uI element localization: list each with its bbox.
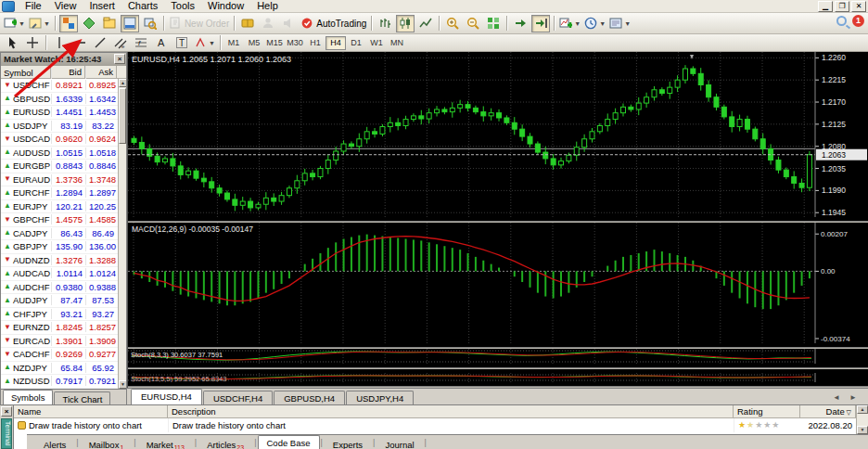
zoom-out-button[interactable] (464, 15, 482, 32)
symbol-row-audnzd[interactable]: ▼AUDNZD1.32761.3288 (1, 254, 126, 268)
text-button[interactable]: A (152, 34, 171, 52)
chart-tab-usdjpy-h4[interactable]: USDJPY,H4 (346, 391, 414, 404)
terminal-tab-articles[interactable]: Articles23 (198, 437, 253, 449)
terminal-tab-journal[interactable]: Journal (376, 437, 423, 449)
symbol-row-cadchf[interactable]: ▼CADCHF0.92690.9277 (1, 348, 126, 362)
terminal-row[interactable]: Draw trade history onto chartDraw trade … (14, 418, 868, 432)
symbol-row-cadjpy[interactable]: ▲CADJPY86.4386.49 (1, 227, 126, 241)
terminal-column-description[interactable]: Description (168, 405, 734, 418)
symbol-row-nzdusd[interactable]: ▲NZDUSD0.79170.7921 (1, 375, 126, 389)
symbol-row-eurnzd[interactable]: ▼EURNZD1.82451.8257 (1, 321, 126, 335)
chart-tab-gbpusd-h4[interactable]: GBPUSD,H4 (274, 391, 345, 404)
dropdown-arrow-icon[interactable]: ▼ (44, 20, 50, 27)
symbol-row-gbpjpy[interactable]: ▲GBPJPY135.90136.00 (1, 240, 126, 254)
symbol-row-audusd[interactable]: ▲AUDUSD1.05151.0518 (1, 147, 126, 160)
symbol-row-audjpy[interactable]: ▲AUDJPY87.4787.53 (1, 294, 126, 308)
timeframe-m1[interactable]: M1 (223, 36, 244, 50)
timeframe-d1[interactable]: D1 (346, 36, 366, 50)
dropdown-arrow-icon[interactable]: ▼ (209, 40, 215, 46)
symbol-row-audcad[interactable]: ▲AUDCAD1.01141.0124 (1, 267, 126, 281)
symbol-row-usdjpy[interactable]: ▲USDJPY83.1983.22 (1, 120, 126, 134)
metaeditor-button[interactable] (238, 15, 257, 32)
restore-button[interactable]: ❐ (835, 1, 849, 12)
symbol-row-nzdjpy[interactable]: ▲NZDJPY65.8465.92 (1, 362, 126, 376)
menu-item-charts[interactable]: Charts (121, 0, 164, 12)
new-chart-button[interactable]: ▼ (3, 15, 26, 32)
expert-advisors-button[interactable] (259, 15, 277, 32)
menu-item-help[interactable]: Help (250, 0, 285, 12)
column-header-bid[interactable]: Bid (51, 66, 85, 79)
stochastic2-panel[interactable]: Stoch(13,5,5) 59.2952 65.8343 (128, 373, 868, 382)
terminal-column-date[interactable]: Date ▽ (800, 405, 856, 418)
horizontal-line-button[interactable] (70, 34, 89, 52)
market-watch-close-icon[interactable]: × (114, 54, 125, 64)
tile-windows-button[interactable] (484, 15, 503, 32)
symbol-row-eurjpy[interactable]: ▲EURJPY120.21120.25 (1, 200, 126, 214)
candlestick-chart-button[interactable] (396, 15, 415, 32)
navigator-toggle[interactable] (100, 15, 119, 32)
menu-item-file[interactable]: File (19, 0, 48, 12)
symbol-row-usdcad[interactable]: ▼USDCAD0.96200.9624 (1, 133, 126, 147)
scroll-down-icon[interactable]: ▼ (857, 426, 868, 434)
menu-item-insert[interactable]: Insert (83, 0, 121, 12)
dropdown-arrow-icon[interactable]: ▼ (599, 20, 606, 27)
timeframe-m5[interactable]: M5 (244, 36, 264, 50)
timeframe-h1[interactable]: H1 (305, 36, 326, 50)
menu-item-window[interactable]: Window (201, 0, 250, 12)
panel-splitter[interactable] (128, 367, 868, 369)
column-header-symbol[interactable]: Symbol (1, 66, 51, 79)
terminal-tab-mailbox[interactable]: Mailbox1 (80, 437, 134, 449)
symbol-row-eurusd[interactable]: ▲EURUSD1.44511.4453 (1, 106, 126, 120)
stochastic1-panel[interactable]: Stoch(8,3,3) 30.6037 37.7591 (128, 349, 868, 364)
auto-scroll-button[interactable] (511, 15, 530, 32)
price-chart[interactable]: 1.22601.22151.21701.21251.20801.20351.19… (128, 52, 868, 217)
arrows-button[interactable]: ▼ (193, 34, 216, 52)
column-header-ask[interactable]: Ask (85, 66, 117, 79)
new-order-button[interactable]: New Order (168, 15, 230, 32)
market-watch-tab-symbols[interactable]: Symbols (3, 390, 53, 405)
market-watch-tab-tick-chart[interactable]: Tick Chart (54, 391, 110, 405)
symbol-row-usdchf[interactable]: ▼USDCHF0.89210.8925 (1, 79, 126, 93)
close-button[interactable]: ✕ (851, 1, 866, 12)
chart-tab-usdchf-h4[interactable]: USDCHF,H4 (203, 391, 273, 404)
symbol-row-gbpusd[interactable]: ▲GBPUSD1.63391.6342 (1, 93, 126, 107)
minimize-button[interactable]: ▁ (818, 1, 833, 12)
terminal-column-rating[interactable]: Rating (734, 405, 800, 418)
fibonacci-button[interactable]: f (132, 34, 150, 52)
symbol-row-euraud[interactable]: ▼EURAUD1.37361.3748 (1, 173, 126, 187)
crosshair-button[interactable] (23, 34, 42, 52)
menu-item-tools[interactable]: Tools (164, 0, 201, 12)
equidistant-channel-button[interactable]: e (111, 34, 130, 52)
search-icon[interactable] (836, 16, 847, 26)
timeframe-m15[interactable]: M15 (264, 36, 285, 50)
chart-shift-button[interactable] (531, 15, 550, 32)
sounds-button[interactable] (279, 15, 298, 32)
symbol-row-chfjpy[interactable]: ▲CHFJPY93.2193.27 (1, 308, 126, 322)
timeframe-w1[interactable]: W1 (366, 36, 387, 50)
dropdown-arrow-icon[interactable]: ▼ (19, 20, 25, 27)
dropdown-arrow-icon[interactable]: ▼ (574, 20, 581, 27)
scroll-up-icon[interactable]: ▲ (119, 79, 126, 87)
text-label-button[interactable]: T (172, 34, 191, 52)
symbol-row-audchf[interactable]: ▲AUDCHF0.93800.9388 (1, 281, 126, 295)
terminal-toggle[interactable] (121, 15, 139, 32)
terminal-tab-code-base[interactable]: Code Base (258, 435, 320, 449)
strategy-tester-toggle[interactable] (141, 15, 160, 32)
market-watch-toggle[interactable] (59, 15, 78, 32)
indicators-button[interactable]: ▼ (558, 15, 581, 32)
terminal-tab-market[interactable]: Market113 (137, 437, 194, 449)
terminal-tab-experts[interactable]: Experts (324, 437, 372, 449)
line-chart-button[interactable] (416, 15, 435, 32)
symbol-row-eurcad[interactable]: ▼EURCAD1.39011.3909 (1, 335, 126, 349)
terminal-tab-alerts[interactable]: Alerts (34, 437, 75, 449)
market-watch-scrollbar[interactable]: ▲ ▼ (118, 79, 126, 389)
menu-item-view[interactable]: View (48, 0, 83, 12)
autotrading-button[interactable]: AutoTrading (300, 15, 367, 32)
timeframe-mn[interactable]: MN (387, 36, 407, 50)
scroll-up-icon[interactable]: ▲ (857, 405, 868, 414)
scrollbar-thumb[interactable] (119, 88, 126, 144)
terminal-scrollbar[interactable]: ▲ ▼ (856, 405, 868, 434)
symbol-row-eurchf[interactable]: ▲EURCHF1.28941.2897 (1, 186, 126, 200)
symbol-row-gbpchf[interactable]: ▼GBPCHF1.45751.4585 (1, 213, 126, 227)
periods-button[interactable]: ▼ (583, 15, 606, 32)
